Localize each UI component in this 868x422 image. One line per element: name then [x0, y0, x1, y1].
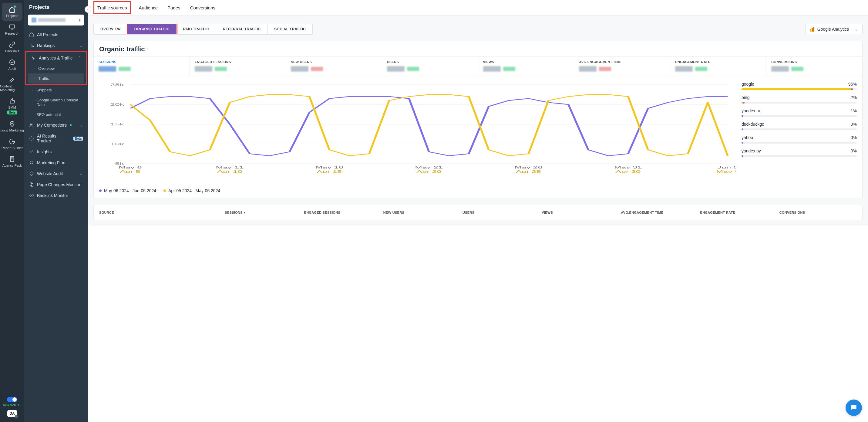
source-google: google96%	[742, 82, 857, 90]
collapse-sidebar-button[interactable]: ‹	[85, 6, 91, 13]
rail-local-marketing[interactable]: Local Marketing	[0, 117, 24, 135]
svg-text:5k: 5k	[115, 162, 124, 165]
toggle-switch[interactable]	[7, 397, 17, 402]
traffic-tab-overview[interactable]: OVERVIEW	[94, 24, 128, 34]
project-selector[interactable]: ▴▾	[28, 15, 84, 26]
rail-projects[interactable]: Projects	[2, 3, 23, 21]
traffic-tabs-row: OVERVIEW ORGANIC TRAFFIC PAID TRAFFIC RE…	[93, 24, 863, 35]
check-circle-icon	[9, 59, 16, 65]
kpi-label: SESSIONS	[99, 60, 185, 64]
source-pct: 0%	[851, 122, 857, 126]
kpi-engagement-rate[interactable]: ENGAGEMENT RATE	[670, 56, 766, 76]
legend-label: Apr-05 2024 - May-05 2024	[168, 188, 220, 193]
sidebar-item-label: Insights	[37, 149, 52, 154]
chat-button[interactable]	[845, 399, 862, 416]
active-dot	[14, 5, 16, 7]
tab-audience[interactable]: Audience	[137, 0, 160, 15]
rail-agency-pack[interactable]: Agency Pack	[0, 153, 24, 170]
sidebar-analytics-traffic[interactable]: Analytics & Traffic	[26, 53, 86, 63]
sidebar-item-label: Page Changes Monitor	[37, 182, 81, 187]
home-outline-icon	[29, 32, 34, 37]
sidebar-insights[interactable]: Insights	[24, 146, 88, 157]
sidebar-rankings[interactable]: Rankings	[24, 40, 88, 51]
link-icon	[9, 41, 16, 48]
da-box[interactable]: DA	[7, 410, 17, 417]
source-bar	[742, 102, 857, 104]
sidebar-backlink-monitor[interactable]: Backlink Monitor	[24, 190, 88, 201]
th-source[interactable]: SOURCE	[99, 211, 223, 214]
traffic-tab-social[interactable]: SOCIAL TRAFFIC	[268, 24, 312, 34]
th-engaged-sessions[interactable]: ENGAGED SESSIONS	[304, 211, 381, 214]
rail-content-marketing[interactable]: Content Marketing	[0, 74, 24, 95]
kpi-avg-engagement-time[interactable]: AVG.ENGAGEMENT TIME	[574, 56, 670, 76]
kpi-value-blurred	[675, 66, 693, 72]
svg-text:Apr 10: Apr 10	[217, 170, 242, 173]
sidebar-all-projects[interactable]: All Projects	[24, 29, 88, 40]
sidebar-website-audit[interactable]: Website Audit	[24, 168, 88, 179]
kpi-label: CONVERSIONS	[771, 60, 857, 64]
traffic-tabs: OVERVIEW ORGANIC TRAFFIC PAID TRAFFIC RE…	[93, 24, 313, 35]
rail-report-builder[interactable]: Report Builder	[0, 135, 24, 153]
kpi-new-users[interactable]: NEW USERS	[286, 56, 382, 76]
sidebar-item-label: Rankings	[37, 43, 55, 48]
chart-row: 25k20k15k10k5kMay 6Apr 5May 11Apr 10May …	[94, 76, 862, 185]
sub-label: Snippets	[36, 88, 52, 92]
kpi-change-blurred	[695, 67, 707, 71]
sidebar-sub-overview[interactable]: Overview	[26, 63, 86, 74]
map-pin-icon	[9, 120, 16, 127]
sidebar-item-label: Marketing Plan	[37, 160, 65, 165]
th-sessions[interactable]: SESSIONS ▾	[225, 211, 302, 214]
kpi-views[interactable]: VIEWS	[478, 56, 575, 76]
th-avg-engagement-time[interactable]: AVG.ENGAGEMENT TIME	[621, 211, 698, 214]
rail-backlinks[interactable]: Backlinks	[0, 38, 24, 56]
traffic-tab-referral[interactable]: REFERRAL TRAFFIC	[216, 24, 268, 34]
google-analytics-selector[interactable]: Google Analytics	[806, 24, 863, 34]
sidebar-sub-traffic[interactable]: Traffic	[28, 74, 84, 84]
sidebar-page-changes[interactable]: Page Changes Monitor	[24, 179, 88, 190]
source-name: duckduckgo	[742, 122, 764, 126]
svg-rect-0	[10, 25, 15, 28]
tab-traffic-sources[interactable]: Traffic sources	[93, 1, 131, 14]
menu-ui-toggle[interactable]: New Menu UI	[3, 397, 22, 407]
kpi-users[interactable]: USERS	[382, 56, 478, 76]
traffic-tab-paid[interactable]: PAID TRAFFIC	[177, 24, 216, 34]
sidebar-marketing-plan[interactable]: Marketing Plan	[24, 157, 88, 168]
kpi-conversions[interactable]: CONVERSIONS	[766, 56, 862, 76]
source-yandex-by: yandex.by0%	[742, 148, 857, 157]
kpi-value-blurred	[771, 66, 789, 72]
tab-pages[interactable]: Pages	[165, 0, 182, 15]
sidebar-sub-gsc[interactable]: Google Search Console Data	[24, 95, 88, 110]
rail-label: Audit	[8, 67, 16, 71]
legend-period1: May-06 2024 - Jun-05 2024	[99, 188, 156, 193]
svg-point-5	[32, 124, 33, 125]
info-icon[interactable]: i	[147, 47, 147, 51]
sidebar-sub-snippets[interactable]: Snippets	[24, 85, 88, 95]
kpi-sessions[interactable]: SESSIONS	[94, 56, 190, 76]
sidebar-competitors[interactable]: My Competitors	[24, 120, 88, 131]
shield-icon	[29, 171, 34, 176]
source-bar	[742, 115, 857, 117]
section-title: Organic traffic i	[94, 41, 862, 56]
th-new-users[interactable]: NEW USERS	[383, 211, 461, 214]
th-users[interactable]: USERS	[463, 211, 540, 214]
thumbs-up-icon	[9, 98, 16, 105]
svg-text:May 16: May 16	[315, 165, 343, 169]
source-name: bing	[742, 95, 749, 100]
kpi-engaged-sessions[interactable]: ENGAGED SESSIONS	[190, 56, 286, 76]
svg-text:May 5: May 5	[716, 170, 736, 173]
rail-smm[interactable]: SMM Beta	[0, 95, 24, 117]
rail-label: Agency Pack	[2, 164, 22, 167]
main-content: Traffic sources Audience Pages Conversio…	[88, 0, 868, 422]
th-conversions[interactable]: CONVERSIONS	[779, 211, 857, 214]
th-views[interactable]: VIEWS	[542, 211, 619, 214]
rail-audit[interactable]: Audit	[0, 56, 24, 74]
rail-research[interactable]: Research	[0, 21, 24, 38]
kpi-change-blurred	[119, 67, 131, 71]
th-engagement-rate[interactable]: ENGAGEMENT RATE	[700, 211, 778, 214]
updown-icon: ▴▾	[79, 18, 81, 22]
sidebar-sub-seo-potential[interactable]: SEO potential	[24, 110, 88, 120]
kpi-change-blurred	[503, 67, 515, 71]
tab-conversions[interactable]: Conversions	[188, 0, 217, 15]
traffic-tab-organic[interactable]: ORGANIC TRAFFIC	[128, 24, 177, 34]
sidebar-ai-tracker[interactable]: AI Results Tracker Beta	[24, 131, 88, 146]
